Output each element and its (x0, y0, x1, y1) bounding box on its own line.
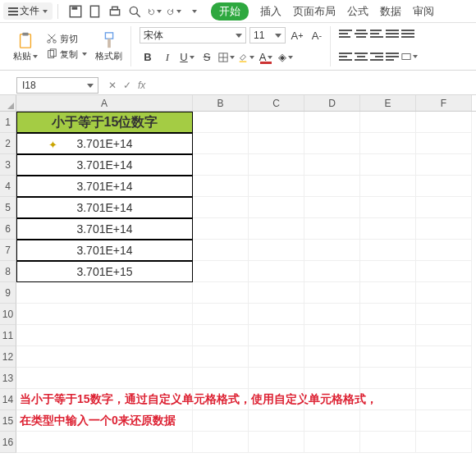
cell-E14[interactable] (360, 389, 416, 410)
bold-button[interactable]: B (140, 49, 156, 66)
cell-C4[interactable] (249, 176, 304, 197)
cell-C9[interactable] (249, 282, 304, 304)
cell-A10[interactable] (16, 304, 193, 325)
shrink-font-button[interactable]: A- (309, 27, 325, 43)
enter-icon[interactable]: ✓ (123, 80, 131, 91)
cell-C16[interactable] (249, 432, 304, 453)
wrap-text-icon[interactable] (386, 51, 399, 62)
cell-E15[interactable] (360, 410, 416, 432)
border-button[interactable] (218, 49, 235, 66)
cell-B4[interactable] (193, 176, 249, 197)
cell-B9[interactable] (193, 282, 249, 304)
tab-review[interactable]: 审阅 (413, 4, 434, 19)
cell-E1[interactable] (360, 112, 416, 133)
row-header-7[interactable]: 7 (0, 240, 16, 261)
align-bottom-icon[interactable] (370, 28, 383, 39)
col-header-A[interactable]: A (16, 95, 193, 111)
cell-E2[interactable] (360, 133, 416, 154)
cell-C3[interactable] (249, 154, 304, 176)
row-header-12[interactable]: 12 (0, 346, 16, 368)
cell-E4[interactable] (360, 176, 416, 197)
cell-D12[interactable] (304, 346, 360, 368)
cell-A15[interactable]: 在类型中输入一个0来还原数据 (16, 410, 193, 432)
cell-E11[interactable] (360, 325, 416, 346)
row-header-9[interactable]: 9 (0, 282, 16, 304)
redo-icon[interactable] (167, 4, 181, 19)
cell-B10[interactable] (193, 304, 249, 325)
cell-F3[interactable] (416, 154, 472, 176)
cell-B6[interactable] (193, 218, 249, 240)
cell-F12[interactable] (416, 346, 472, 368)
cell-F2[interactable] (416, 133, 472, 154)
preview-icon[interactable] (127, 4, 142, 19)
cell-E16[interactable] (360, 432, 416, 453)
cell-A11[interactable] (16, 325, 193, 346)
cell-D1[interactable] (304, 112, 360, 133)
row-header-5[interactable]: 5 (0, 197, 16, 218)
print-icon[interactable] (108, 4, 122, 19)
cell-B7[interactable] (193, 240, 249, 261)
cell-B16[interactable] (193, 432, 249, 453)
file-menu[interactable]: 文件 (3, 2, 53, 20)
cell-E9[interactable] (360, 282, 416, 304)
cell-B3[interactable] (193, 154, 249, 176)
cell-F16[interactable] (416, 432, 472, 453)
row-header-3[interactable]: 3 (0, 154, 16, 176)
cell-D9[interactable] (304, 282, 360, 304)
cell-D14[interactable] (304, 389, 360, 410)
undo-icon[interactable] (147, 4, 162, 19)
row-header-8[interactable]: 8 (0, 261, 16, 282)
cell-F4[interactable] (416, 176, 472, 197)
align-top-icon[interactable] (339, 28, 352, 39)
name-box[interactable]: I18 (16, 77, 98, 94)
align-middle-icon[interactable] (355, 28, 368, 39)
align-left-icon[interactable] (339, 51, 352, 62)
cell-B14[interactable] (193, 389, 249, 410)
cell-D16[interactable] (304, 432, 360, 453)
strike-button[interactable]: S (199, 49, 215, 66)
cell-A4[interactable]: 3.701E+14 (16, 176, 193, 197)
cell-C1[interactable] (249, 112, 304, 133)
cell-C14[interactable] (249, 389, 304, 410)
tab-insert[interactable]: 插入 (260, 4, 281, 19)
cell-F11[interactable] (416, 325, 472, 346)
cell-C10[interactable] (249, 304, 304, 325)
cell-B15[interactable] (193, 410, 249, 432)
format-painter-button[interactable]: 格式刷 (92, 31, 126, 62)
row-header-11[interactable]: 11 (0, 325, 16, 346)
font-color-button[interactable]: A (258, 49, 274, 66)
grow-font-button[interactable]: A+ (289, 27, 305, 43)
cell-E6[interactable] (360, 218, 416, 240)
outdent-icon[interactable] (386, 28, 399, 39)
cell-A9[interactable] (16, 282, 193, 304)
cut-button[interactable]: 剪切 (46, 33, 87, 45)
cell-D8[interactable] (304, 261, 360, 282)
cell-F9[interactable] (416, 282, 472, 304)
row-header-1[interactable]: 1 (0, 112, 16, 133)
row-header-15[interactable]: 15 (0, 410, 16, 432)
cell-A16[interactable] (16, 432, 193, 453)
cell-B13[interactable] (193, 368, 249, 389)
cell-C2[interactable] (249, 133, 304, 154)
new-icon[interactable] (88, 4, 103, 19)
cell-C11[interactable] (249, 325, 304, 346)
row-header-14[interactable]: 14 (0, 389, 16, 410)
fx-icon[interactable]: fx (138, 80, 145, 91)
row-header-13[interactable]: 13 (0, 368, 16, 389)
cell-D10[interactable] (304, 304, 360, 325)
cell-E7[interactable] (360, 240, 416, 261)
cell-C8[interactable] (249, 261, 304, 282)
cell-D3[interactable] (304, 154, 360, 176)
row-header-6[interactable]: 6 (0, 218, 16, 240)
col-header-B[interactable]: B (193, 95, 249, 111)
col-header-D[interactable]: D (304, 95, 360, 111)
cell-E8[interactable] (360, 261, 416, 282)
cell-C12[interactable] (249, 346, 304, 368)
cell-A3[interactable]: 3.701E+14 (16, 154, 193, 176)
cell-A2[interactable]: 3.701E+14✦ (16, 133, 193, 154)
select-all-corner[interactable] (0, 95, 16, 111)
row-header-4[interactable]: 4 (0, 176, 16, 197)
font-size-select[interactable]: 11 (249, 27, 286, 43)
tab-pagelayout[interactable]: 页面布局 (293, 4, 336, 19)
cell-C5[interactable] (249, 197, 304, 218)
